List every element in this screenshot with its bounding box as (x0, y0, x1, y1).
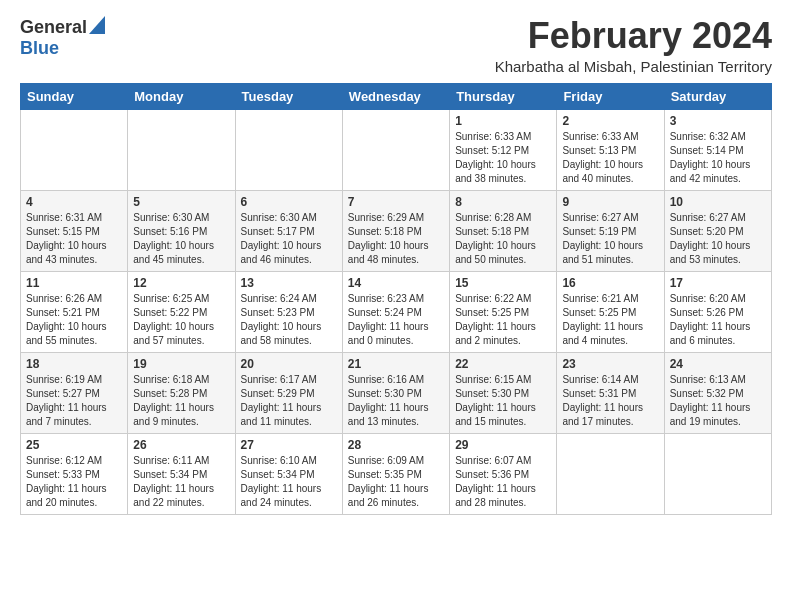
day-number: 12 (133, 276, 229, 290)
week-row-4: 18Sunrise: 6:19 AMSunset: 5:27 PMDayligh… (21, 352, 772, 433)
week-row-3: 11Sunrise: 6:26 AMSunset: 5:21 PMDayligh… (21, 271, 772, 352)
day-info: Sunrise: 6:27 AMSunset: 5:19 PMDaylight:… (562, 211, 658, 267)
day-number: 13 (241, 276, 337, 290)
calendar-cell: 2Sunrise: 6:33 AMSunset: 5:13 PMDaylight… (557, 109, 664, 190)
col-header-sunday: Sunday (21, 83, 128, 109)
calendar-cell: 15Sunrise: 6:22 AMSunset: 5:25 PMDayligh… (450, 271, 557, 352)
calendar-cell: 25Sunrise: 6:12 AMSunset: 5:33 PMDayligh… (21, 433, 128, 514)
calendar-cell: 18Sunrise: 6:19 AMSunset: 5:27 PMDayligh… (21, 352, 128, 433)
day-number: 5 (133, 195, 229, 209)
calendar-cell: 11Sunrise: 6:26 AMSunset: 5:21 PMDayligh… (21, 271, 128, 352)
day-info: Sunrise: 6:21 AMSunset: 5:25 PMDaylight:… (562, 292, 658, 348)
calendar-cell: 22Sunrise: 6:15 AMSunset: 5:30 PMDayligh… (450, 352, 557, 433)
day-number: 27 (241, 438, 337, 452)
calendar-cell: 20Sunrise: 6:17 AMSunset: 5:29 PMDayligh… (235, 352, 342, 433)
calendar-cell: 16Sunrise: 6:21 AMSunset: 5:25 PMDayligh… (557, 271, 664, 352)
day-info: Sunrise: 6:11 AMSunset: 5:34 PMDaylight:… (133, 454, 229, 510)
day-number: 25 (26, 438, 122, 452)
day-info: Sunrise: 6:16 AMSunset: 5:30 PMDaylight:… (348, 373, 444, 429)
day-info: Sunrise: 6:14 AMSunset: 5:31 PMDaylight:… (562, 373, 658, 429)
title-area: February 2024 Kharbatha al Misbah, Pales… (495, 16, 772, 75)
calendar-cell (557, 433, 664, 514)
day-info: Sunrise: 6:30 AMSunset: 5:17 PMDaylight:… (241, 211, 337, 267)
day-info: Sunrise: 6:17 AMSunset: 5:29 PMDaylight:… (241, 373, 337, 429)
calendar-cell: 1Sunrise: 6:33 AMSunset: 5:12 PMDaylight… (450, 109, 557, 190)
day-number: 20 (241, 357, 337, 371)
col-header-monday: Monday (128, 83, 235, 109)
day-info: Sunrise: 6:20 AMSunset: 5:26 PMDaylight:… (670, 292, 766, 348)
day-number: 24 (670, 357, 766, 371)
calendar-cell: 10Sunrise: 6:27 AMSunset: 5:20 PMDayligh… (664, 190, 771, 271)
logo: General Blue (20, 16, 105, 59)
calendar-cell: 9Sunrise: 6:27 AMSunset: 5:19 PMDaylight… (557, 190, 664, 271)
week-row-5: 25Sunrise: 6:12 AMSunset: 5:33 PMDayligh… (21, 433, 772, 514)
day-number: 7 (348, 195, 444, 209)
calendar-cell: 14Sunrise: 6:23 AMSunset: 5:24 PMDayligh… (342, 271, 449, 352)
day-info: Sunrise: 6:31 AMSunset: 5:15 PMDaylight:… (26, 211, 122, 267)
col-header-wednesday: Wednesday (342, 83, 449, 109)
day-info: Sunrise: 6:30 AMSunset: 5:16 PMDaylight:… (133, 211, 229, 267)
day-number: 19 (133, 357, 229, 371)
header: General Blue February 2024 Kharbatha al … (20, 16, 772, 75)
day-number: 3 (670, 114, 766, 128)
calendar-cell (21, 109, 128, 190)
day-info: Sunrise: 6:26 AMSunset: 5:21 PMDaylight:… (26, 292, 122, 348)
day-number: 23 (562, 357, 658, 371)
day-number: 15 (455, 276, 551, 290)
day-info: Sunrise: 6:09 AMSunset: 5:35 PMDaylight:… (348, 454, 444, 510)
day-info: Sunrise: 6:32 AMSunset: 5:14 PMDaylight:… (670, 130, 766, 186)
calendar-cell: 23Sunrise: 6:14 AMSunset: 5:31 PMDayligh… (557, 352, 664, 433)
day-number: 6 (241, 195, 337, 209)
day-number: 1 (455, 114, 551, 128)
week-row-2: 4Sunrise: 6:31 AMSunset: 5:15 PMDaylight… (21, 190, 772, 271)
calendar-cell: 26Sunrise: 6:11 AMSunset: 5:34 PMDayligh… (128, 433, 235, 514)
calendar-cell: 13Sunrise: 6:24 AMSunset: 5:23 PMDayligh… (235, 271, 342, 352)
day-number: 26 (133, 438, 229, 452)
calendar-cell (342, 109, 449, 190)
month-year-title: February 2024 (495, 16, 772, 56)
logo-general-text: General (20, 17, 87, 38)
day-number: 2 (562, 114, 658, 128)
calendar-cell: 6Sunrise: 6:30 AMSunset: 5:17 PMDaylight… (235, 190, 342, 271)
col-header-tuesday: Tuesday (235, 83, 342, 109)
day-number: 21 (348, 357, 444, 371)
day-info: Sunrise: 6:23 AMSunset: 5:24 PMDaylight:… (348, 292, 444, 348)
col-header-friday: Friday (557, 83, 664, 109)
calendar-cell: 7Sunrise: 6:29 AMSunset: 5:18 PMDaylight… (342, 190, 449, 271)
calendar-cell: 4Sunrise: 6:31 AMSunset: 5:15 PMDaylight… (21, 190, 128, 271)
day-info: Sunrise: 6:13 AMSunset: 5:32 PMDaylight:… (670, 373, 766, 429)
day-number: 29 (455, 438, 551, 452)
day-info: Sunrise: 6:28 AMSunset: 5:18 PMDaylight:… (455, 211, 551, 267)
calendar-cell (235, 109, 342, 190)
day-info: Sunrise: 6:12 AMSunset: 5:33 PMDaylight:… (26, 454, 122, 510)
calendar-cell: 12Sunrise: 6:25 AMSunset: 5:22 PMDayligh… (128, 271, 235, 352)
day-number: 17 (670, 276, 766, 290)
svg-marker-0 (89, 16, 105, 34)
day-info: Sunrise: 6:18 AMSunset: 5:28 PMDaylight:… (133, 373, 229, 429)
day-info: Sunrise: 6:07 AMSunset: 5:36 PMDaylight:… (455, 454, 551, 510)
calendar-cell (664, 433, 771, 514)
logo-blue-text: Blue (20, 38, 59, 59)
logo-triangle-icon (89, 16, 105, 34)
calendar-cell: 3Sunrise: 6:32 AMSunset: 5:14 PMDaylight… (664, 109, 771, 190)
calendar-cell: 8Sunrise: 6:28 AMSunset: 5:18 PMDaylight… (450, 190, 557, 271)
day-number: 9 (562, 195, 658, 209)
day-info: Sunrise: 6:33 AMSunset: 5:12 PMDaylight:… (455, 130, 551, 186)
day-number: 18 (26, 357, 122, 371)
calendar-cell: 28Sunrise: 6:09 AMSunset: 5:35 PMDayligh… (342, 433, 449, 514)
header-row: SundayMondayTuesdayWednesdayThursdayFrid… (21, 83, 772, 109)
day-number: 10 (670, 195, 766, 209)
day-number: 11 (26, 276, 122, 290)
calendar-cell: 27Sunrise: 6:10 AMSunset: 5:34 PMDayligh… (235, 433, 342, 514)
day-number: 8 (455, 195, 551, 209)
day-number: 22 (455, 357, 551, 371)
calendar-cell: 24Sunrise: 6:13 AMSunset: 5:32 PMDayligh… (664, 352, 771, 433)
location-subtitle: Kharbatha al Misbah, Palestinian Territo… (495, 58, 772, 75)
calendar-cell: 19Sunrise: 6:18 AMSunset: 5:28 PMDayligh… (128, 352, 235, 433)
day-info: Sunrise: 6:19 AMSunset: 5:27 PMDaylight:… (26, 373, 122, 429)
col-header-saturday: Saturday (664, 83, 771, 109)
day-info: Sunrise: 6:10 AMSunset: 5:34 PMDaylight:… (241, 454, 337, 510)
day-number: 28 (348, 438, 444, 452)
calendar-cell: 5Sunrise: 6:30 AMSunset: 5:16 PMDaylight… (128, 190, 235, 271)
day-number: 14 (348, 276, 444, 290)
